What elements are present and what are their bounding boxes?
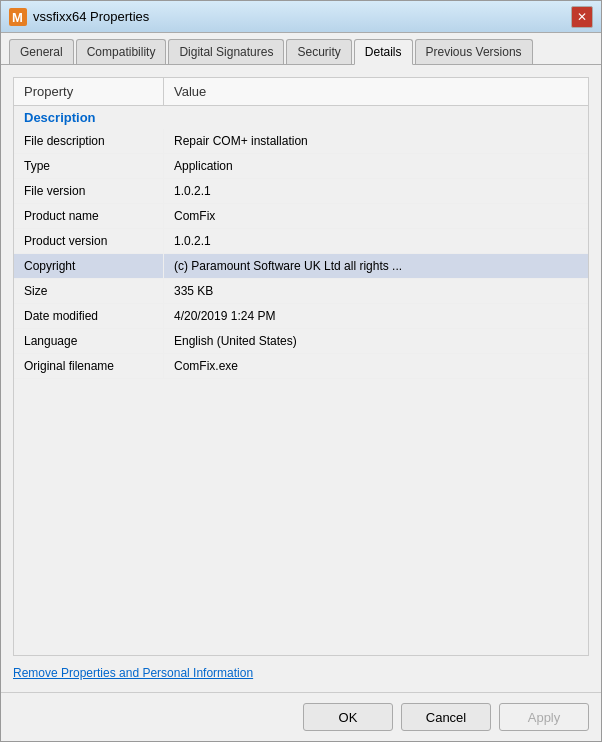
button-bar: OK Cancel Apply xyxy=(1,692,601,741)
value-size: 335 KB xyxy=(164,279,588,303)
apply-button[interactable]: Apply xyxy=(499,703,589,731)
table-row: Product version 1.0.2.1 xyxy=(14,229,588,254)
table-row: Type Application xyxy=(14,154,588,179)
header-property: Property xyxy=(14,78,164,105)
remove-properties-link[interactable]: Remove Properties and Personal Informati… xyxy=(13,666,589,680)
table-body: Description File description Repair COM+… xyxy=(14,106,588,655)
table-row: File version 1.0.2.1 xyxy=(14,179,588,204)
table-row: Original filename ComFix.exe xyxy=(14,354,588,379)
property-original-filename: Original filename xyxy=(14,354,164,378)
property-type: Type xyxy=(14,154,164,178)
tab-general[interactable]: General xyxy=(9,39,74,64)
tab-compatibility[interactable]: Compatibility xyxy=(76,39,167,64)
properties-table: Property Value Description File descript… xyxy=(13,77,589,656)
property-copyright: Copyright xyxy=(14,254,164,278)
value-copyright: (c) Paramount Software UK Ltd all rights… xyxy=(164,254,588,278)
header-value: Value xyxy=(164,78,588,105)
svg-text:M: M xyxy=(12,10,23,25)
table-header: Property Value xyxy=(14,78,588,106)
table-row: Language English (United States) xyxy=(14,329,588,354)
close-button[interactable]: ✕ xyxy=(571,6,593,28)
properties-window: M vssfixx64 Properties ✕ General Compati… xyxy=(0,0,602,742)
tab-content: Property Value Description File descript… xyxy=(1,65,601,692)
table-row: Date modified 4/20/2019 1:24 PM xyxy=(14,304,588,329)
tab-previous-versions[interactable]: Previous Versions xyxy=(415,39,533,64)
property-date-modified: Date modified xyxy=(14,304,164,328)
value-date-modified: 4/20/2019 1:24 PM xyxy=(164,304,588,328)
value-language: English (United States) xyxy=(164,329,588,353)
property-file-description: File description xyxy=(14,129,164,153)
value-original-filename: ComFix.exe xyxy=(164,354,588,378)
table-row: Size 335 KB xyxy=(14,279,588,304)
window-title: vssfixx64 Properties xyxy=(33,9,571,24)
value-product-version: 1.0.2.1 xyxy=(164,229,588,253)
value-product-name: ComFix xyxy=(164,204,588,228)
table-row: Copyright (c) Paramount Software UK Ltd … xyxy=(14,254,588,279)
table-row: File description Repair COM+ installatio… xyxy=(14,129,588,154)
ok-button[interactable]: OK xyxy=(303,703,393,731)
property-file-version: File version xyxy=(14,179,164,203)
value-type: Application xyxy=(164,154,588,178)
title-bar: M vssfixx64 Properties ✕ xyxy=(1,1,601,33)
value-file-description: Repair COM+ installation xyxy=(164,129,588,153)
property-language: Language xyxy=(14,329,164,353)
tab-digital-signatures[interactable]: Digital Signatures xyxy=(168,39,284,64)
section-description: Description xyxy=(14,106,588,129)
tab-details[interactable]: Details xyxy=(354,39,413,65)
cancel-button[interactable]: Cancel xyxy=(401,703,491,731)
tabs-bar: General Compatibility Digital Signatures… xyxy=(1,33,601,65)
property-product-name: Product name xyxy=(14,204,164,228)
property-product-version: Product version xyxy=(14,229,164,253)
value-file-version: 1.0.2.1 xyxy=(164,179,588,203)
app-icon: M xyxy=(9,8,27,26)
table-row: Product name ComFix xyxy=(14,204,588,229)
tab-security[interactable]: Security xyxy=(286,39,351,64)
property-size: Size xyxy=(14,279,164,303)
